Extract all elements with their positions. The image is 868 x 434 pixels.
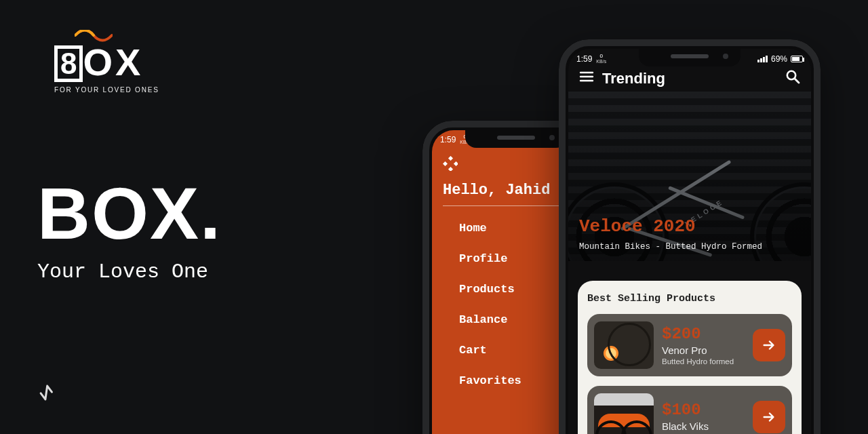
phone-trending: 1:59 0KB/s 69% Trending <box>559 39 821 434</box>
product-thumb <box>594 393 654 434</box>
svg-rect-2 <box>454 161 458 166</box>
svg-rect-1 <box>443 161 448 166</box>
menu-icon[interactable] <box>579 69 594 87</box>
phone-notch <box>639 49 741 66</box>
title-bar: Trending <box>568 68 811 87</box>
page-title: Trending <box>602 70 665 87</box>
headline: BOX. <box>37 171 222 256</box>
product-thumb <box>594 321 654 369</box>
battery-icon <box>791 56 803 62</box>
product-name: Venor Pro <box>662 344 745 356</box>
product-name: Black Viks <box>662 420 745 432</box>
trending-screen: 1:59 0KB/s 69% Trending <box>568 49 811 434</box>
svg-line-8 <box>795 79 799 83</box>
arrow-right-icon[interactable] <box>753 401 785 433</box>
headline-text: BOX. <box>37 171 222 256</box>
arrow-right-icon[interactable] <box>753 329 785 361</box>
best-selling-sheet: Best Selling Products $200 Venor Pro But… <box>578 281 802 434</box>
status-battery: 69% <box>771 54 787 64</box>
product-desc: Butted Hydro formed <box>662 357 745 366</box>
hero-title: Veloce 2020 <box>579 216 696 237</box>
drawer-diamond-icon <box>443 156 458 171</box>
hero[interactable]: VELOCE Veloce 2020 Mountain Bikes - Butt… <box>568 92 811 261</box>
brand-logo: 8OX FOR YOUR LOVED ONES <box>54 30 159 94</box>
section-heading: Best Selling Products <box>587 293 792 304</box>
subhead: Your Loves One <box>37 260 208 283</box>
svg-rect-3 <box>448 167 453 171</box>
artist-mark-icon <box>37 384 56 407</box>
brand-wordmark: 8OX <box>54 43 159 82</box>
product-card[interactable]: $200 Venor Pro Butted Hydro formed <box>587 314 792 376</box>
signal-icon <box>757 56 768 62</box>
status-time: 1:59 <box>576 54 592 64</box>
status-time: 1:59 <box>440 135 456 144</box>
status-net: 0KB/s <box>596 54 606 64</box>
product-card[interactable]: $100 Black Viks <box>587 386 792 434</box>
phone-notch <box>465 130 567 148</box>
search-icon[interactable] <box>785 69 800 87</box>
stage: 8OX FOR YOUR LOVED ONES BOX. Your Loves … <box>0 0 868 434</box>
product-price: $100 <box>662 401 745 419</box>
brand-tagline: FOR YOUR LOVED ONES <box>54 86 159 94</box>
hero-subtitle: Mountain Bikes - Butted Hydro Formed <box>579 242 762 252</box>
svg-rect-0 <box>448 156 453 161</box>
product-price: $200 <box>662 325 745 343</box>
